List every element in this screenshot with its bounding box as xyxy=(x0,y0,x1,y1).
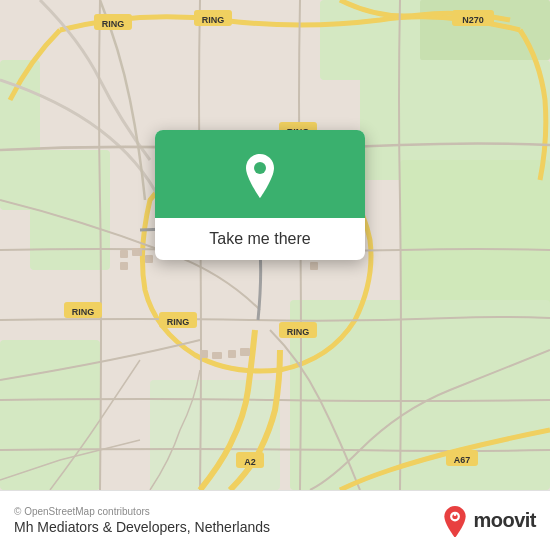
svg-text:N270: N270 xyxy=(462,15,484,25)
popup-green-area xyxy=(155,130,365,218)
svg-rect-45 xyxy=(228,350,236,358)
svg-text:A67: A67 xyxy=(454,455,471,465)
map-container: RING RING RING RING RING RING N270 xyxy=(0,0,550,490)
svg-rect-44 xyxy=(212,352,222,359)
footer: © OpenStreetMap contributors Mh Mediator… xyxy=(0,490,550,550)
moovit-text: moovit xyxy=(473,509,536,532)
svg-text:RING: RING xyxy=(167,317,190,327)
svg-rect-36 xyxy=(120,250,128,258)
svg-text:RING: RING xyxy=(202,15,225,25)
location-pin-icon xyxy=(240,152,280,200)
svg-text:RING: RING xyxy=(72,307,95,317)
svg-rect-43 xyxy=(200,350,208,358)
popup-card: Take me there xyxy=(155,130,365,260)
copyright-text: © OpenStreetMap contributors xyxy=(14,506,270,517)
location-title: Mh Mediators & Developers, Netherlands xyxy=(14,519,270,535)
svg-rect-42 xyxy=(310,262,318,270)
svg-rect-39 xyxy=(145,255,153,263)
svg-rect-8 xyxy=(0,340,100,490)
svg-rect-46 xyxy=(240,348,250,356)
svg-rect-37 xyxy=(132,248,142,256)
moovit-logo: moovit xyxy=(441,505,536,537)
svg-text:RING: RING xyxy=(287,327,310,337)
svg-rect-38 xyxy=(120,262,128,270)
svg-point-47 xyxy=(254,162,266,174)
footer-left: © OpenStreetMap contributors Mh Mediator… xyxy=(14,506,270,535)
moovit-pin-icon xyxy=(441,505,469,537)
svg-text:RING: RING xyxy=(102,19,125,29)
take-me-there-button[interactable]: Take me there xyxy=(155,218,365,260)
svg-point-50 xyxy=(454,513,457,516)
svg-rect-5 xyxy=(30,150,110,270)
svg-text:A2: A2 xyxy=(244,457,256,467)
